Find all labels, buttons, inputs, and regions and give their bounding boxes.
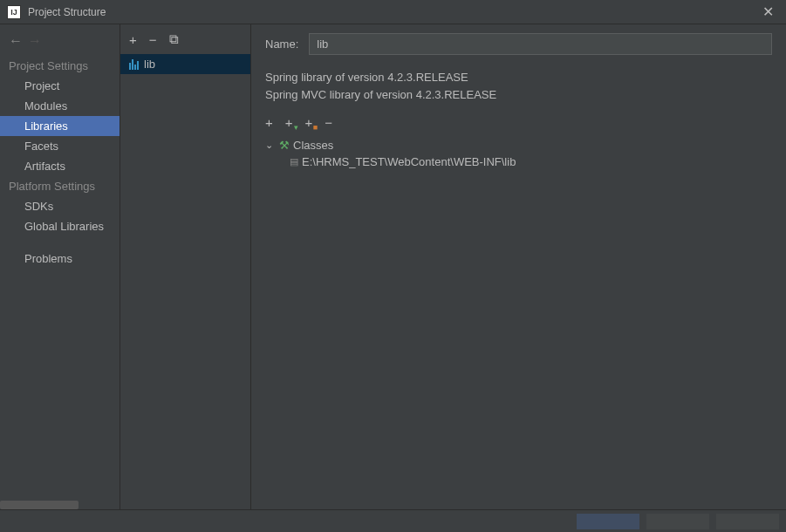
tree-classes-label: Classes bbox=[293, 139, 333, 152]
library-info: Spring library of version 4.2.3.RELEASE … bbox=[265, 69, 772, 103]
library-list-panel: + − ⧉ lib bbox=[120, 24, 251, 509]
library-item-lib[interactable]: lib bbox=[120, 54, 250, 74]
forward-button[interactable]: → bbox=[28, 33, 42, 49]
footer-button-cancel[interactable] bbox=[646, 514, 709, 529]
tree-path-row[interactable]: ▤ E:\HRMS_TEST\WebContent\WEB-INF\lib bbox=[265, 153, 772, 170]
info-line-2: Spring MVC library of version 4.2.3.RELE… bbox=[265, 86, 772, 104]
sidebar-item-project[interactable]: Project bbox=[0, 76, 120, 96]
main-area: ← → Project Settings Project Modules Lib… bbox=[0, 24, 786, 509]
sidebar-item-global-libraries[interactable]: Global Libraries bbox=[0, 216, 120, 236]
app-icon: IJ bbox=[7, 5, 21, 19]
footer bbox=[0, 509, 786, 532]
sidebar-scrollbar[interactable] bbox=[0, 501, 79, 509]
sidebar: ← → Project Settings Project Modules Lib… bbox=[0, 24, 120, 509]
close-button[interactable]: ✕ bbox=[757, 3, 779, 20]
titlebar: IJ Project Structure ✕ bbox=[0, 0, 786, 24]
remove-library-button[interactable]: − bbox=[149, 32, 157, 47]
name-input[interactable] bbox=[309, 33, 772, 55]
add-special-button[interactable]: + bbox=[285, 115, 293, 130]
sidebar-item-sdks[interactable]: SDKs bbox=[0, 196, 120, 216]
section-platform-settings: Platform Settings bbox=[0, 176, 120, 196]
detail-toolbar: + + + − bbox=[265, 112, 772, 137]
library-item-label: lib bbox=[144, 58, 155, 71]
info-line-1: Spring library of version 4.2.3.RELEASE bbox=[265, 69, 772, 86]
detail-panel: Name: Spring library of version 4.2.3.RE… bbox=[251, 24, 786, 509]
hammer-icon: ⚒ bbox=[279, 139, 290, 152]
section-project-settings: Project Settings bbox=[0, 56, 120, 76]
add-module-button[interactable]: + bbox=[305, 115, 313, 130]
sidebar-item-facets[interactable]: Facets bbox=[0, 136, 120, 156]
name-row: Name: bbox=[265, 33, 772, 55]
tree-classes-row[interactable]: ⌄ ⚒ Classes bbox=[265, 137, 772, 153]
copy-library-button[interactable]: ⧉ bbox=[169, 31, 179, 47]
footer-button-ok[interactable] bbox=[577, 514, 639, 529]
back-button[interactable]: ← bbox=[9, 33, 23, 49]
chevron-down-icon: ⌄ bbox=[265, 140, 276, 151]
sidebar-item-libraries[interactable]: Libraries bbox=[0, 116, 120, 136]
sidebar-item-artifacts[interactable]: Artifacts bbox=[0, 156, 120, 176]
library-toolbar: + − ⧉ bbox=[120, 24, 250, 54]
library-icon bbox=[129, 59, 139, 70]
remove-root-button[interactable]: − bbox=[325, 115, 332, 130]
add-library-button[interactable]: + bbox=[129, 32, 137, 47]
folder-icon: ▤ bbox=[290, 156, 298, 167]
nav-arrows: ← → bbox=[0, 30, 120, 56]
footer-button-apply[interactable] bbox=[716, 514, 779, 529]
name-label: Name: bbox=[265, 38, 298, 51]
sidebar-item-modules[interactable]: Modules bbox=[0, 96, 120, 116]
sidebar-item-problems[interactable]: Problems bbox=[0, 249, 120, 269]
tree-path-label: E:\HRMS_TEST\WebContent\WEB-INF\lib bbox=[302, 155, 516, 168]
add-root-button[interactable]: + bbox=[265, 115, 273, 130]
window-title: Project Structure bbox=[28, 6, 757, 18]
